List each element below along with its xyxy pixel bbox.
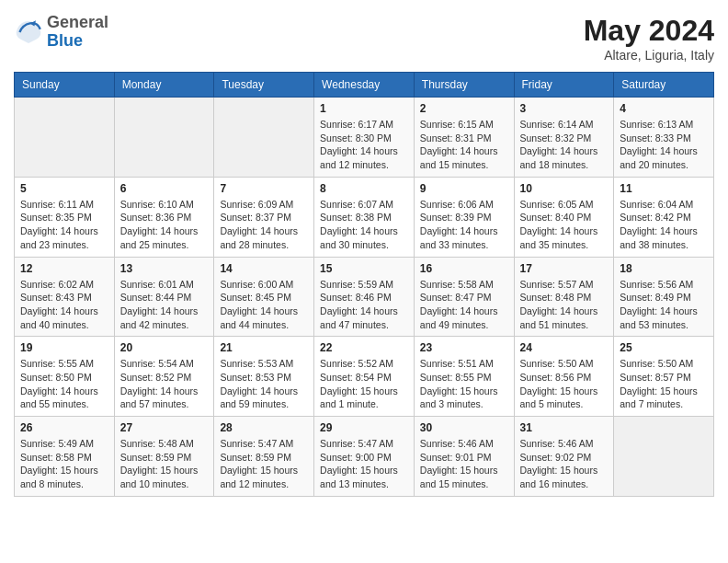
- day-info: Sunrise: 6:11 AM Sunset: 8:35 PM Dayligh…: [20, 198, 108, 252]
- calendar-cell: 23Sunrise: 5:51 AM Sunset: 8:55 PM Dayli…: [414, 337, 514, 417]
- calendar-week-row: 19Sunrise: 5:55 AM Sunset: 8:50 PM Dayli…: [15, 337, 714, 417]
- day-info: Sunrise: 6:15 AM Sunset: 8:31 PM Dayligh…: [420, 118, 508, 172]
- day-number: 12: [20, 262, 108, 275]
- day-info: Sunrise: 5:52 AM Sunset: 8:54 PM Dayligh…: [320, 357, 408, 411]
- day-info: Sunrise: 5:48 AM Sunset: 8:59 PM Dayligh…: [120, 437, 209, 491]
- calendar-cell: 16Sunrise: 5:58 AM Sunset: 8:47 PM Dayli…: [414, 257, 514, 337]
- calendar-cell: 8Sunrise: 6:07 AM Sunset: 8:38 PM Daylig…: [314, 177, 415, 257]
- day-info: Sunrise: 5:47 AM Sunset: 9:00 PM Dayligh…: [320, 437, 408, 491]
- day-info: Sunrise: 6:10 AM Sunset: 8:36 PM Dayligh…: [120, 198, 209, 252]
- calendar-week-row: 5Sunrise: 6:11 AM Sunset: 8:35 PM Daylig…: [15, 177, 714, 257]
- calendar-cell: 9Sunrise: 6:06 AM Sunset: 8:39 PM Daylig…: [414, 177, 514, 257]
- calendar-cell: 27Sunrise: 5:48 AM Sunset: 8:59 PM Dayli…: [114, 417, 214, 497]
- day-number: 16: [420, 262, 508, 275]
- day-number: 8: [320, 182, 408, 195]
- calendar-cell: 25Sunrise: 5:50 AM Sunset: 8:57 PM Dayli…: [614, 337, 714, 417]
- day-number: 19: [20, 341, 108, 354]
- day-number: 2: [420, 102, 508, 115]
- logo-blue-text: Blue: [47, 31, 83, 50]
- day-number: 7: [220, 182, 308, 195]
- calendar-cell: 28Sunrise: 5:47 AM Sunset: 8:59 PM Dayli…: [214, 417, 314, 497]
- day-info: Sunrise: 6:14 AM Sunset: 8:32 PM Dayligh…: [520, 118, 609, 172]
- calendar-cell: 4Sunrise: 6:13 AM Sunset: 8:33 PM Daylig…: [614, 98, 714, 178]
- day-info: Sunrise: 5:51 AM Sunset: 8:55 PM Dayligh…: [420, 357, 508, 411]
- day-number: 31: [520, 421, 609, 434]
- day-info: Sunrise: 5:55 AM Sunset: 8:50 PM Dayligh…: [20, 357, 108, 411]
- calendar-cell: 6Sunrise: 6:10 AM Sunset: 8:36 PM Daylig…: [114, 177, 214, 257]
- day-number: 29: [320, 421, 408, 434]
- day-info: Sunrise: 5:47 AM Sunset: 8:59 PM Dayligh…: [220, 437, 308, 491]
- day-number: 26: [20, 421, 108, 434]
- day-number: 10: [520, 182, 609, 195]
- calendar-cell: 31Sunrise: 5:46 AM Sunset: 9:02 PM Dayli…: [514, 417, 614, 497]
- calendar-cell: 17Sunrise: 5:57 AM Sunset: 8:48 PM Dayli…: [514, 257, 614, 337]
- day-number: 28: [220, 421, 308, 434]
- day-info: Sunrise: 6:04 AM Sunset: 8:42 PM Dayligh…: [620, 198, 708, 252]
- weekday-header: Sunday: [15, 73, 115, 98]
- calendar-cell: 12Sunrise: 6:02 AM Sunset: 8:43 PM Dayli…: [15, 257, 115, 337]
- calendar-cell: 29Sunrise: 5:47 AM Sunset: 9:00 PM Dayli…: [314, 417, 415, 497]
- calendar-cell: 10Sunrise: 6:05 AM Sunset: 8:40 PM Dayli…: [514, 177, 614, 257]
- day-info: Sunrise: 6:00 AM Sunset: 8:45 PM Dayligh…: [220, 278, 308, 332]
- day-number: 27: [120, 421, 209, 434]
- day-info: Sunrise: 5:56 AM Sunset: 8:49 PM Dayligh…: [620, 278, 708, 332]
- calendar-cell: 19Sunrise: 5:55 AM Sunset: 8:50 PM Dayli…: [15, 337, 115, 417]
- day-number: 1: [320, 102, 408, 115]
- calendar-cell: [614, 417, 714, 497]
- day-info: Sunrise: 6:07 AM Sunset: 8:38 PM Dayligh…: [320, 198, 408, 252]
- logo: General Blue: [14, 14, 108, 51]
- calendar-cell: [114, 98, 214, 178]
- weekday-header: Tuesday: [214, 73, 314, 98]
- title-block: May 2024 Altare, Liguria, Italy: [584, 14, 714, 63]
- day-info: Sunrise: 5:54 AM Sunset: 8:52 PM Dayligh…: [120, 357, 209, 411]
- day-info: Sunrise: 5:57 AM Sunset: 8:48 PM Dayligh…: [520, 278, 609, 332]
- weekday-header: Saturday: [614, 73, 714, 98]
- day-info: Sunrise: 5:46 AM Sunset: 9:02 PM Dayligh…: [520, 437, 609, 491]
- day-info: Sunrise: 5:50 AM Sunset: 8:56 PM Dayligh…: [520, 357, 609, 411]
- day-info: Sunrise: 6:06 AM Sunset: 8:39 PM Dayligh…: [420, 198, 508, 252]
- day-number: 17: [520, 262, 609, 275]
- day-number: 9: [420, 182, 508, 195]
- day-number: 5: [20, 182, 108, 195]
- calendar-cell: 11Sunrise: 6:04 AM Sunset: 8:42 PM Dayli…: [614, 177, 714, 257]
- day-number: 13: [120, 262, 209, 275]
- day-info: Sunrise: 6:17 AM Sunset: 8:30 PM Dayligh…: [320, 118, 408, 172]
- day-number: 25: [620, 341, 708, 354]
- calendar-cell: 2Sunrise: 6:15 AM Sunset: 8:31 PM Daylig…: [414, 98, 514, 178]
- page-header: General Blue May 2024 Altare, Liguria, I…: [14, 14, 714, 63]
- day-info: Sunrise: 5:59 AM Sunset: 8:46 PM Dayligh…: [320, 278, 408, 332]
- day-number: 18: [620, 262, 708, 275]
- calendar-cell: 24Sunrise: 5:50 AM Sunset: 8:56 PM Dayli…: [514, 337, 614, 417]
- calendar-cell: [214, 98, 314, 178]
- day-info: Sunrise: 5:49 AM Sunset: 8:58 PM Dayligh…: [20, 437, 108, 491]
- day-number: 22: [320, 341, 408, 354]
- calendar-cell: 21Sunrise: 5:53 AM Sunset: 8:53 PM Dayli…: [214, 337, 314, 417]
- day-number: 30: [420, 421, 508, 434]
- calendar-cell: 30Sunrise: 5:46 AM Sunset: 9:01 PM Dayli…: [414, 417, 514, 497]
- weekday-header: Friday: [514, 73, 614, 98]
- weekday-header: Thursday: [414, 73, 514, 98]
- calendar-cell: 3Sunrise: 6:14 AM Sunset: 8:32 PM Daylig…: [514, 98, 614, 178]
- day-info: Sunrise: 6:09 AM Sunset: 8:37 PM Dayligh…: [220, 198, 308, 252]
- day-info: Sunrise: 5:46 AM Sunset: 9:01 PM Dayligh…: [420, 437, 508, 491]
- calendar-week-row: 12Sunrise: 6:02 AM Sunset: 8:43 PM Dayli…: [15, 257, 714, 337]
- logo-icon: [14, 17, 43, 47]
- weekday-header: Wednesday: [314, 73, 415, 98]
- calendar-cell: 5Sunrise: 6:11 AM Sunset: 8:35 PM Daylig…: [15, 177, 115, 257]
- calendar-cell: 20Sunrise: 5:54 AM Sunset: 8:52 PM Dayli…: [114, 337, 214, 417]
- calendar-cell: 26Sunrise: 5:49 AM Sunset: 8:58 PM Dayli…: [15, 417, 115, 497]
- day-number: 3: [520, 102, 609, 115]
- weekday-header-row: SundayMondayTuesdayWednesdayThursdayFrid…: [15, 73, 714, 98]
- day-number: 15: [320, 262, 408, 275]
- day-info: Sunrise: 6:02 AM Sunset: 8:43 PM Dayligh…: [20, 278, 108, 332]
- day-number: 21: [220, 341, 308, 354]
- day-info: Sunrise: 6:05 AM Sunset: 8:40 PM Dayligh…: [520, 198, 609, 252]
- day-number: 4: [620, 102, 708, 115]
- day-number: 6: [120, 182, 209, 195]
- location: Altare, Liguria, Italy: [584, 48, 714, 63]
- day-info: Sunrise: 6:01 AM Sunset: 8:44 PM Dayligh…: [120, 278, 209, 332]
- day-info: Sunrise: 5:58 AM Sunset: 8:47 PM Dayligh…: [420, 278, 508, 332]
- day-info: Sunrise: 6:13 AM Sunset: 8:33 PM Dayligh…: [620, 118, 708, 172]
- calendar-table: SundayMondayTuesdayWednesdayThursdayFrid…: [14, 72, 714, 497]
- calendar-week-row: 1Sunrise: 6:17 AM Sunset: 8:30 PM Daylig…: [15, 98, 714, 178]
